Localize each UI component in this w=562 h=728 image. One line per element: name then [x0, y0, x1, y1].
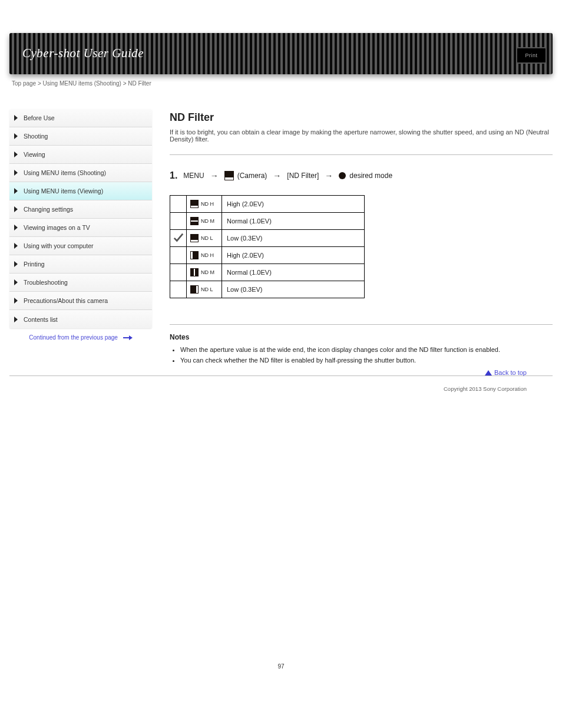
table-row: ND HHigh (2.0EV) [170, 247, 365, 264]
table-row: ND HHigh (2.0EV) [170, 196, 365, 213]
check-cell [170, 247, 187, 264]
step-mode: desired mode [349, 172, 392, 180]
continued-link[interactable]: Continued from the previous page [9, 334, 152, 341]
sidebar-item-1[interactable]: Shooting [9, 127, 152, 146]
notes-list: When the aperture value is at the wide e… [180, 346, 553, 364]
step-ndfilter: [ND Filter] [287, 172, 319, 180]
label-cell: High (2.0EV) [222, 196, 365, 213]
notes-heading: Notes [170, 333, 553, 341]
svg-marker-4 [14, 188, 18, 194]
caret-right-icon [14, 115, 20, 121]
icon-cell: ND H [187, 196, 222, 213]
sidebar-item-label: Contents list [24, 316, 58, 323]
sidebar-item-label: Precautions/About this camera [24, 297, 108, 304]
sidebar-item-10[interactable]: Precautions/About this camera [9, 292, 152, 310]
svg-marker-10 [14, 298, 18, 304]
sidebar-item-7[interactable]: Using with your computer [9, 237, 152, 255]
caret-right-icon [14, 151, 20, 157]
caret-right-icon [14, 279, 20, 285]
sidebar-item-3[interactable]: Using MENU items (Shooting) [9, 164, 152, 182]
caret-right-icon [14, 188, 20, 194]
caret-right-icon [14, 298, 20, 304]
table-row: ND MNormal (1.0EV) [170, 213, 365, 230]
copyright: Copyright 2013 Sony Corporation [9, 386, 553, 392]
nd-icon [190, 285, 199, 294]
nd-code: ND L [201, 235, 213, 241]
nd-code: ND H [201, 252, 214, 258]
caret-right-icon [14, 243, 20, 249]
label-cell: Normal (1.0EV) [222, 264, 365, 281]
nd-icon [190, 268, 199, 276]
footer: Back to top Copyright 2013 Sony Corporat… [9, 375, 553, 392]
nd-icon [190, 251, 199, 259]
check-cell [170, 230, 187, 247]
svg-marker-1 [14, 133, 18, 139]
nd-code: ND M [201, 218, 214, 224]
sidebar-item-8[interactable]: Printing [9, 255, 152, 274]
sidebar-item-9[interactable]: Troubleshooting [9, 274, 152, 292]
breadcrumb[interactable]: Top page > Using MENU items (Shooting) >… [12, 80, 553, 87]
sidebar-item-5[interactable]: Changing settings [9, 200, 152, 219]
sidebar-item-label: Viewing images on a TV [24, 224, 90, 231]
note-item: When the aperture value is at the wide e… [180, 346, 553, 353]
svg-marker-9 [14, 279, 18, 285]
label-cell: Low (0.3EV) [222, 281, 365, 298]
continued-label: Continued from the previous page [29, 334, 118, 341]
sidebar-item-label: Viewing [24, 151, 45, 158]
topbar: Cyber-shot User Guide Print [9, 33, 553, 74]
svg-marker-2 [14, 151, 18, 157]
caret-right-icon [14, 261, 20, 267]
svg-marker-6 [14, 225, 18, 230]
camera-icon [224, 171, 234, 180]
nd-icon [190, 200, 199, 208]
caret-right-icon [14, 133, 20, 139]
sidebar-item-label: Using with your computer [24, 242, 93, 249]
sidebar-item-11[interactable]: Contents list [9, 310, 152, 328]
nd-code: ND L [201, 286, 213, 292]
nd-code: ND H [201, 201, 214, 207]
caret-right-icon [14, 206, 20, 212]
check-cell [170, 264, 187, 281]
sidebar-item-6[interactable]: Viewing images on a TV [9, 219, 152, 237]
sidebar-item-label: Using MENU items (Viewing) [24, 187, 103, 195]
sidebar-item-label: Shooting [24, 133, 48, 140]
svg-marker-13 [129, 335, 133, 340]
step-camera: (Camera) [237, 172, 267, 180]
back-to-top-label: Back to top [494, 369, 527, 376]
sidebar-item-label: Before Use [24, 114, 55, 121]
caret-right-icon [14, 317, 20, 322]
nd-icon [190, 234, 199, 242]
svg-marker-3 [14, 170, 18, 176]
back-to-top[interactable]: Back to top [485, 369, 527, 376]
app-title: Cyber-shot User Guide [22, 46, 144, 61]
arrow-icon: → [325, 171, 333, 180]
svg-marker-11 [14, 317, 18, 322]
continue-arrow-icon [123, 335, 133, 341]
sidebar-item-label: Troubleshooting [24, 279, 68, 286]
check-cell [170, 281, 187, 298]
section-sub: If it is too bright, you can obtain a cl… [170, 129, 553, 143]
options-table: ND HHigh (2.0EV)ND MNormal (1.0EV)ND LLo… [170, 195, 365, 298]
step-menu: MENU [183, 172, 204, 180]
page-number: 97 [9, 663, 553, 670]
sidebar-item-4[interactable]: Using MENU items (Viewing) [9, 182, 152, 200]
note-item: You can check whether the ND filter is e… [180, 357, 553, 364]
icon-cell: ND H [187, 247, 222, 264]
step-number: 1. [170, 170, 177, 181]
nd-icon [190, 217, 199, 225]
control-dot-icon [339, 172, 346, 179]
sidebar-item-label: Using MENU items (Shooting) [24, 169, 106, 176]
icon-cell: ND L [187, 281, 222, 298]
section-title: ND Filter [170, 111, 553, 124]
print-button[interactable]: Print [516, 47, 547, 64]
label-cell: Normal (1.0EV) [222, 213, 365, 230]
sidebar-item-2[interactable]: Viewing [9, 146, 152, 164]
label-cell: High (2.0EV) [222, 247, 365, 264]
table-row: ND MNormal (1.0EV) [170, 264, 365, 281]
svg-marker-0 [14, 115, 18, 121]
sidebar-item-0[interactable]: Before Use [9, 109, 152, 127]
check-cell [170, 196, 187, 213]
arrow-icon: → [210, 171, 219, 180]
sidebar: Before UseShootingViewingUsing MENU item… [9, 109, 152, 328]
divider [170, 154, 553, 155]
